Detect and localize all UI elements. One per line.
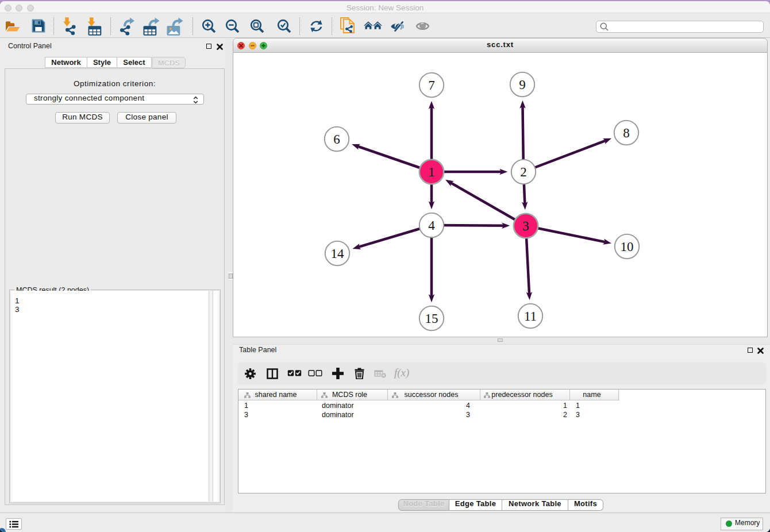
svg-text:10: 10 xyxy=(621,240,634,254)
svg-text:6: 6 xyxy=(333,132,340,147)
svg-text:8: 8 xyxy=(623,126,630,140)
svg-text:3: 3 xyxy=(522,219,529,233)
svg-text:9: 9 xyxy=(519,78,526,92)
svg-text:11: 11 xyxy=(524,309,537,323)
svg-text:1: 1 xyxy=(428,165,435,179)
svg-text:7: 7 xyxy=(428,78,435,92)
svg-text:15: 15 xyxy=(425,311,438,326)
svg-text:2: 2 xyxy=(520,165,527,179)
svg-text:4: 4 xyxy=(428,218,435,233)
svg-text:14: 14 xyxy=(331,246,345,261)
